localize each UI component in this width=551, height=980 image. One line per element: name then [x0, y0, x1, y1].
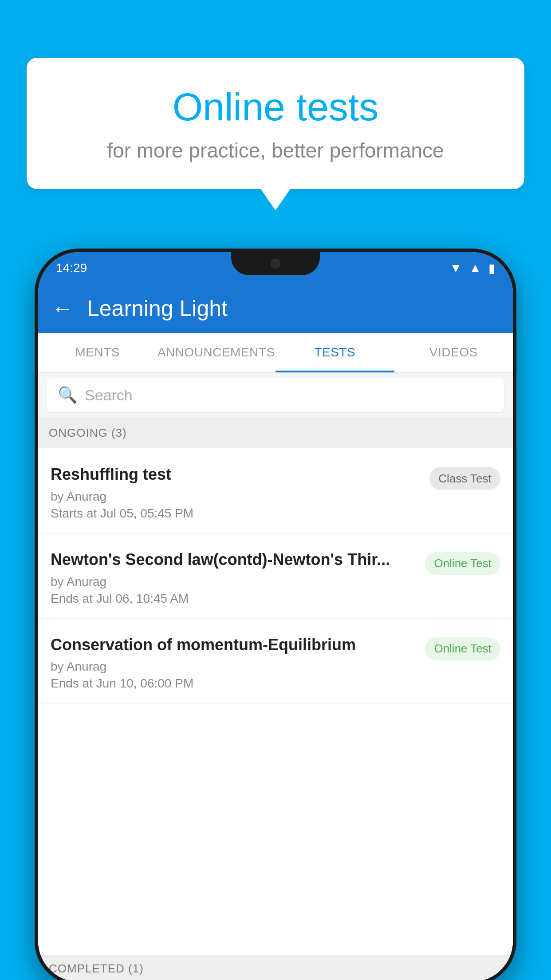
test-item-newton[interactable]: Newton's Second law(contd)-Newton's Thir… — [38, 533, 513, 619]
search-icon: 🔍 — [58, 386, 78, 404]
test-badge-class-1: Class Test — [429, 467, 500, 490]
completed-section-header: COMPLETED (1) — [38, 955, 513, 980]
ongoing-section-header: ONGOING (3) — [38, 417, 513, 448]
search-input[interactable]: Search — [85, 387, 133, 404]
speech-bubble-container: Online tests for more practice, better p… — [27, 58, 524, 189]
test-name-3: Conservation of momentum-Equilibrium — [51, 635, 416, 656]
completed-label: COMPLETED (1) — [49, 962, 144, 976]
test-date-2: Ends at Jul 06, 10:45 AM — [51, 592, 416, 606]
test-date-1: Starts at Jul 05, 05:45 PM — [51, 506, 421, 521]
app-title: Learning Light — [87, 296, 228, 321]
tab-announcements[interactable]: ANNOUNCEMENTS — [157, 333, 276, 372]
phone-screen: 14:29 ▼ ▲ ▮ ← Learning Light MENTS ANNOU… — [38, 252, 513, 980]
bubble-subtitle: for more practice, better performance — [62, 138, 489, 162]
test-item-conservation[interactable]: Conservation of momentum-Equilibrium by … — [38, 619, 513, 704]
test-content-2: Newton's Second law(contd)-Newton's Thir… — [51, 549, 425, 606]
notch — [231, 252, 320, 275]
tabs-bar: MENTS ANNOUNCEMENTS TESTS VIDEOS — [38, 333, 513, 373]
back-button[interactable]: ← — [51, 296, 74, 321]
status-time: 14:29 — [56, 261, 87, 275]
speech-bubble: Online tests for more practice, better p… — [27, 58, 524, 189]
bubble-title: Online tests — [62, 84, 489, 130]
test-content-3: Conservation of momentum-Equilibrium by … — [51, 635, 425, 691]
battery-icon: ▮ — [488, 261, 495, 276]
tab-videos[interactable]: VIDEOS — [394, 333, 513, 372]
tests-list: Reshuffling test by Anurag Starts at Jul… — [38, 448, 513, 980]
test-item-reshuffling[interactable]: Reshuffling test by Anurag Starts at Jul… — [38, 448, 513, 533]
search-input-wrapper[interactable]: 🔍 Search — [47, 378, 504, 412]
search-container: 🔍 Search — [38, 373, 513, 417]
wifi-icon: ▼ — [450, 261, 462, 275]
tab-tests[interactable]: TESTS — [276, 333, 394, 372]
tab-ments[interactable]: MENTS — [38, 333, 157, 372]
camera — [271, 259, 280, 269]
test-name-2: Newton's Second law(contd)-Newton's Thir… — [51, 549, 416, 570]
test-name-1: Reshuffling test — [51, 464, 421, 485]
test-badge-online-3: Online Test — [425, 637, 500, 660]
test-badge-online-2: Online Test — [425, 552, 500, 575]
test-by-2: by Anurag — [51, 575, 416, 589]
test-content-1: Reshuffling test by Anurag Starts at Jul… — [51, 464, 429, 521]
app-header: ← Learning Light — [38, 284, 513, 333]
status-icons: ▼ ▲ ▮ — [450, 261, 495, 276]
ongoing-label: ONGOING (3) — [49, 426, 127, 440]
test-date-3: Ends at Jun 10, 06:00 PM — [51, 676, 416, 691]
signal-icon: ▲ — [469, 261, 481, 275]
phone-frame: 14:29 ▼ ▲ ▮ ← Learning Light MENTS ANNOU… — [35, 249, 516, 980]
test-by-1: by Anurag — [51, 490, 421, 504]
test-by-3: by Anurag — [51, 660, 416, 674]
